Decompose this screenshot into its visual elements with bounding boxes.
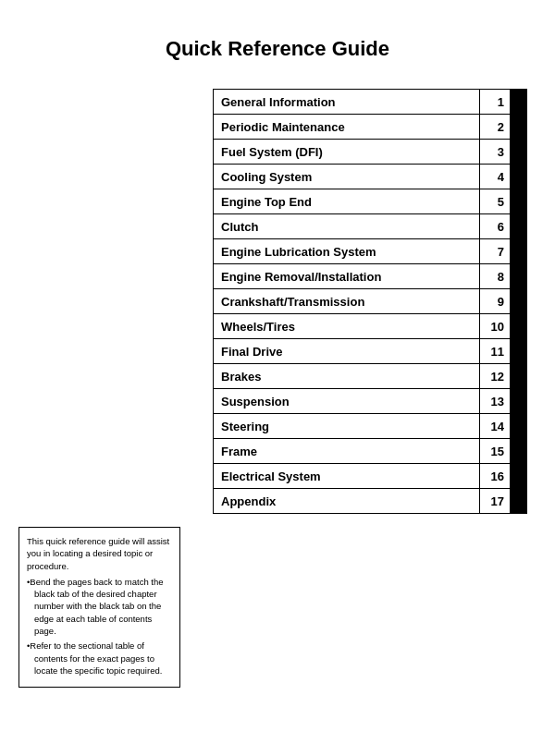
toc-label: Fuel System (DFI) [214, 140, 480, 164]
toc-tab [510, 414, 526, 438]
toc-row: Brakes12 [213, 363, 527, 389]
toc-row: Engine Removal/Installation8 [213, 263, 527, 289]
toc-row: General Information1 [213, 89, 527, 115]
toc-number: 12 [480, 364, 510, 388]
toc-label: Suspension [214, 389, 480, 413]
toc-number: 15 [480, 439, 510, 463]
toc-row: Electrical System16 [213, 463, 527, 489]
toc-row: Suspension13 [213, 388, 527, 414]
toc-number: 9 [480, 289, 510, 313]
toc-row: Final Drive11 [213, 338, 527, 364]
toc-tab [510, 165, 526, 189]
toc-number: 14 [480, 414, 510, 438]
toc-number: 11 [480, 339, 510, 363]
toc-number: 6 [480, 214, 510, 238]
toc-label: Frame [214, 439, 480, 463]
toc-tab [510, 389, 526, 413]
toc-row: Clutch6 [213, 213, 527, 239]
toc-number: 10 [480, 314, 510, 338]
toc-label: Steering [214, 414, 480, 438]
toc-row: Frame15 [213, 438, 527, 464]
toc-label: Cooling System [214, 165, 480, 189]
toc-label: Engine Removal/Installation [214, 264, 480, 288]
toc-tab [510, 214, 526, 238]
toc-tab [510, 90, 526, 114]
toc-number: 4 [480, 165, 510, 189]
toc-number: 1 [480, 90, 510, 114]
toc-label: Clutch [214, 214, 480, 238]
toc-label: Final Drive [214, 339, 480, 363]
toc-tab [510, 289, 526, 313]
toc-number: 17 [480, 489, 510, 513]
toc-row: Crankshaft/Transmission9 [213, 288, 527, 314]
toc-row: Periodic Maintenance2 [213, 114, 527, 140]
toc-tab [510, 464, 526, 488]
info-bullet2: •Refer to the sectional table of content… [27, 640, 172, 677]
toc-number: 3 [480, 140, 510, 164]
toc-number: 16 [480, 464, 510, 488]
toc-row: Appendix17 [213, 488, 527, 514]
toc-label: Brakes [214, 364, 480, 388]
info-intro: This quick reference guide will assist y… [27, 535, 172, 572]
info-box: This quick reference guide will assist y… [18, 527, 180, 688]
page-title: Quick Reference Guide [18, 37, 536, 61]
toc-label: Crankshaft/Transmission [214, 289, 480, 313]
toc-row: Fuel System (DFI)3 [213, 139, 527, 165]
toc-label: Periodic Maintenance [214, 115, 480, 139]
page: Quick Reference Guide General Informatio… [0, 0, 555, 756]
toc-label: Electrical System [214, 464, 480, 488]
toc-label: Wheels/Tires [214, 314, 480, 338]
toc-row: Engine Top End5 [213, 189, 527, 214]
toc-container: General Information1Periodic Maintenance… [213, 89, 527, 514]
toc-tab [510, 189, 526, 213]
toc-tab [510, 364, 526, 388]
toc-tab [510, 115, 526, 139]
toc-tab [510, 489, 526, 513]
toc-tab [510, 264, 526, 288]
toc-number: 8 [480, 264, 510, 288]
toc-tab [510, 339, 526, 363]
toc-number: 13 [480, 389, 510, 413]
toc-tab [510, 140, 526, 164]
toc-tab [510, 439, 526, 463]
toc-row: Cooling System4 [213, 164, 527, 189]
toc-row: Wheels/Tires10 [213, 313, 527, 339]
toc-tab [510, 239, 526, 263]
info-bullet1: •Bend the pages back to match the black … [27, 576, 172, 637]
toc-label: General Information [214, 90, 480, 114]
toc-number: 7 [480, 239, 510, 263]
toc-tab [510, 314, 526, 338]
toc-label: Engine Top End [214, 189, 480, 213]
toc-row: Engine Lubrication System7 [213, 238, 527, 264]
toc-label: Engine Lubrication System [214, 239, 480, 263]
toc-number: 2 [480, 115, 510, 139]
toc-label: Appendix [214, 489, 480, 513]
toc-row: Steering14 [213, 413, 527, 439]
toc-number: 5 [480, 189, 510, 213]
